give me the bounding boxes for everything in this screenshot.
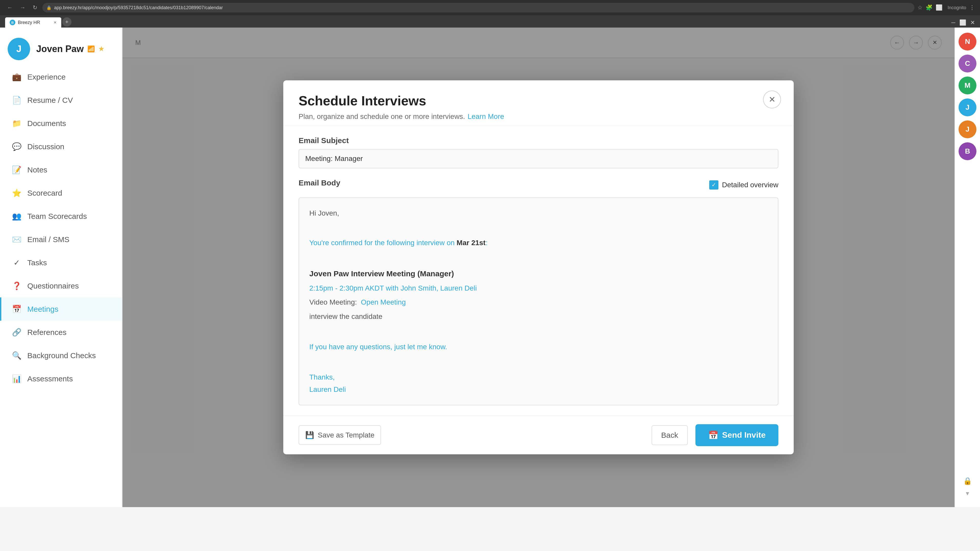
email-subject-label: Email Subject [299,136,778,145]
scorecard-icon: ⭐ [11,189,22,197]
detailed-overview-checkbox[interactable]: ✓ Detailed overview [709,180,778,189]
email-body-content[interactable]: Hi Joven, You're confirmed for the follo… [299,197,778,405]
sidebar-item-label: Resume / CV [27,96,73,105]
sidebar-item-references[interactable]: 🔗 References [0,321,122,344]
questionnaires-icon: ❓ [11,281,22,290]
scroll-down-icon[interactable]: ▼ [965,490,970,497]
nav-forward-btn[interactable]: → [18,2,27,13]
new-tab-btn[interactable]: + [62,17,72,27]
sidebar-item-tasks[interactable]: ✓ Tasks [0,251,122,274]
email-description: interview the candidate [309,310,768,323]
sidebar-item-label: Team Scorecards [27,212,87,221]
tasks-icon: ✓ [11,258,22,267]
incognito-label: Incognito [948,5,966,11]
modal-footer: 💾 Save as Template Back 📅 Send Invite [283,416,794,454]
sidebar-nav: 💼 Experience 📄 Resume / CV 📁 Documents 💬… [0,65,122,390]
modal-body: Email Subject Meeting: Manager Email Bod… [283,126,794,415]
email-body-section: Email Body ✓ Detailed overview Hi Joven,… [299,179,778,405]
avatar-j1[interactable]: J [959,98,977,116]
sidebar-item-documents[interactable]: 📁 Documents [0,112,122,135]
tab-close-icon[interactable]: ✕ [54,21,57,24]
sidebar-item-resume[interactable]: 📄 Resume / CV [0,89,122,112]
tab-favicon: B [10,20,15,25]
sidebar-item-label: Questionnaires [27,282,79,290]
modal-close-btn[interactable]: ✕ [763,91,781,108]
experience-icon: 💼 [11,73,22,81]
avatar-m[interactable]: M [959,76,977,94]
sidebar-item-label: References [27,328,66,337]
sidebar-item-team-scorecards[interactable]: 👥 Team Scorecards [0,205,122,228]
sidebar-item-email-sms[interactable]: ✉️ Email / SMS [0,228,122,251]
email-subject-input[interactable]: Meeting: Manager [299,149,778,168]
sidebar-item-notes[interactable]: 📝 Notes [0,158,122,181]
save-template-button[interactable]: 💾 Save as Template [299,425,381,445]
sidebar-item-label: Scorecard [27,189,62,197]
footer-right: Back 📅 Send Invite [652,424,778,446]
email-greeting: Hi Joven, [309,207,768,219]
references-icon: 🔗 [11,328,22,337]
email-body-label: Email Body [299,179,340,187]
nav-back-btn[interactable]: ← [5,2,15,13]
sidebar-item-label: Experience [27,73,65,81]
url-text: app.breezy.hr/app/c/moodjoy/p/59357218dc… [54,5,223,11]
avatar-b[interactable]: B [959,142,977,160]
menu-icon[interactable]: ⋮ [969,4,975,11]
maximize-btn[interactable]: ⬜ [959,19,966,26]
nav-reload-btn[interactable]: ↻ [30,2,39,13]
notes-icon: 📝 [11,165,22,174]
detailed-overview-label: Detailed overview [722,181,778,189]
sidebar-item-scorecard[interactable]: ⭐ Scorecard [0,181,122,205]
lock-icon: 🔒 [46,5,52,10]
app-body: J Joven Paw 📶 ★ 💼 Experience 📄 Resume / … [0,27,980,507]
video-line: Video Meeting: Open Meeting [309,296,768,308]
browser-chrome: ← → ↻ 🔒 app.breezy.hr/app/c/moodjoy/p/59… [0,0,980,15]
extensions-icon[interactable]: 🧩 [926,4,932,11]
bookmark-icon[interactable]: ☆ [918,4,923,11]
meeting-title: Joven Paw Interview Meeting (Manager) [309,267,768,280]
learn-more-link[interactable]: Learn More [468,113,504,121]
sidebar-item-discussion[interactable]: 💬 Discussion [0,135,122,158]
signal-icon: 📶 [87,45,95,52]
meetings-icon: 📅 [11,305,22,313]
assessments-icon: 📊 [11,374,22,383]
open-meeting-link[interactable]: Open Meeting [361,298,406,306]
time-line: 2:15pm - 2:30pm AKDT with John Smith, La… [309,282,768,294]
window-icon[interactable]: ⬜ [935,4,942,11]
tab-bar: B Breezy HR ✕ + ─ ⬜ ✕ [0,15,980,27]
candidate-header: J Joven Paw 📶 ★ [0,27,122,65]
send-icon: 📅 [708,430,718,440]
right-panel: N C M J J B 🔒 ▼ [955,27,980,507]
checkbox-icon[interactable]: ✓ [709,180,718,189]
sidebar-item-label: Tasks [27,259,47,267]
resume-icon: 📄 [11,96,22,105]
sidebar-item-experience[interactable]: 💼 Experience [0,65,122,89]
candidate-name: Joven Paw 📶 ★ [36,44,104,54]
send-invite-button[interactable]: 📅 Send Invite [695,424,778,446]
email-confirmed-line: You're confirmed for the following inter… [309,237,768,249]
sidebar-item-label: Discussion [27,142,64,151]
sidebar-item-meetings[interactable]: 📅 Meetings [0,297,122,321]
star-icon[interactable]: ★ [99,45,104,52]
modal-subtitle: Plan, organize and schedule one or more … [299,113,778,121]
avatar-c[interactable]: C [959,55,977,73]
documents-icon: 📁 [11,119,22,128]
main-content: M ← → ✕ Schedule Interviews Plan, organi… [123,27,955,507]
sidebar-item-label: Notes [27,165,47,174]
modal-header: Schedule Interviews Plan, organize and s… [283,80,794,126]
tab-label: Breezy HR [18,20,40,25]
discussion-icon: 💬 [11,142,22,151]
minimize-btn[interactable]: ─ [951,19,955,26]
browser-tab-active[interactable]: B Breezy HR ✕ [5,17,61,27]
back-button[interactable]: Back [652,425,688,445]
address-bar[interactable]: 🔒 app.breezy.hr/app/c/moodjoy/p/59357218… [42,3,915,13]
modal-title: Schedule Interviews [299,93,778,108]
avatar-j2[interactable]: J [959,121,977,138]
close-btn[interactable]: ✕ [970,19,975,26]
sidebar-item-questionnaires[interactable]: ❓ Questionnaires [0,274,122,297]
avatar-n[interactable]: N [959,33,977,51]
sidebar-item-label: Documents [27,119,66,128]
email-questions: If you have any questions, just let me k… [309,341,768,353]
sidebar-item-assessments[interactable]: 📊 Assessments [0,367,122,390]
sidebar: J Joven Paw 📶 ★ 💼 Experience 📄 Resume / … [0,27,123,507]
sidebar-item-background-checks[interactable]: 🔍 Background Checks [0,344,122,367]
